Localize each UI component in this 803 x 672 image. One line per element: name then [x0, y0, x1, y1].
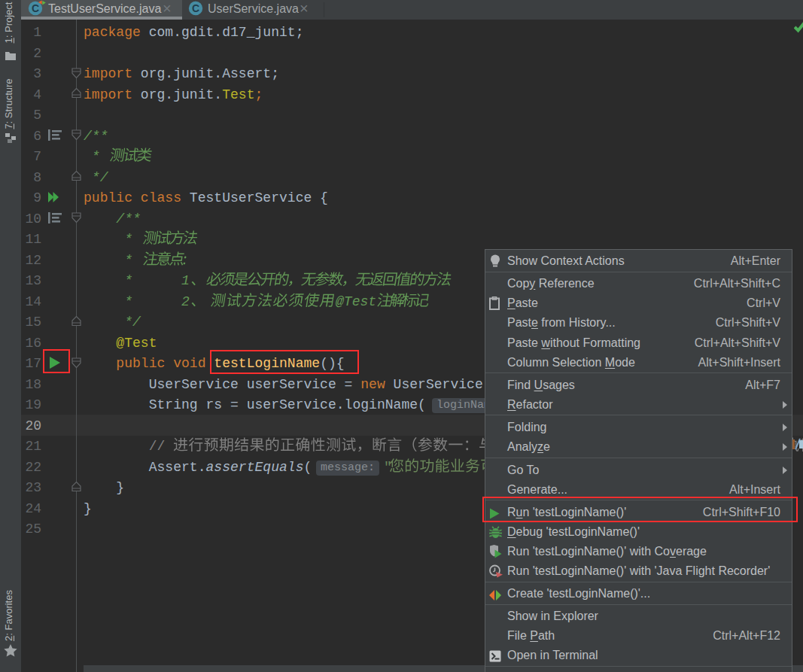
svg-text:C: C — [192, 2, 199, 14]
svg-text:C: C — [32, 2, 39, 14]
